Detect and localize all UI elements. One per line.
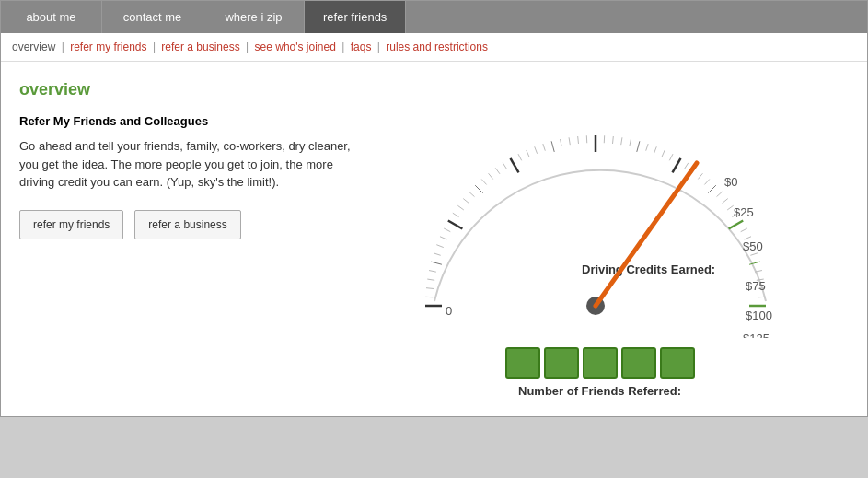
svg-line-33 [620,137,621,145]
breadcrumb-see-whos-joined[interactable]: see who's joined [255,41,336,53]
breadcrumb: overview | refer my friends | refer a bu… [1,33,867,62]
svg-line-28 [577,136,578,144]
svg-line-3 [427,279,434,280]
friend-box-3 [583,347,618,379]
svg-line-43 [698,173,702,179]
svg-line-70 [596,163,697,306]
svg-line-7 [436,245,443,248]
svg-line-38 [661,150,664,157]
breadcrumb-current: overview [12,41,55,53]
svg-line-6 [434,253,441,255]
svg-text:$0: $0 [724,175,737,189]
right-panel: $0 $25 $50 $75 $100 $125 0 Driving Credi… [351,80,849,398]
svg-line-20 [510,158,518,173]
svg-line-47 [722,199,727,204]
tab-where-i-zip[interactable]: where i zip [203,1,305,33]
svg-text:Driving Credits Earned:: Driving Credits Earned: [582,262,715,276]
friends-section: Number of Friends Referred: [505,347,695,398]
svg-line-18 [495,168,500,173]
svg-line-9 [444,228,450,232]
breadcrumb-refer-friends[interactable]: refer my friends [70,41,146,53]
svg-line-41 [684,163,688,169]
svg-line-50 [728,221,743,229]
gauge-svg: $0 $25 $50 $75 $100 $125 0 Driving Credi… [407,80,793,338]
svg-line-26 [560,139,561,146]
svg-line-10 [447,221,462,229]
refer-description: Go ahead and tell your friends, family, … [19,137,351,192]
friend-box-2 [544,347,579,379]
svg-line-23 [534,146,537,153]
app-container: about me contact me where i zip refer fr… [0,0,868,417]
left-panel: overview Refer My Friends and Colleagues… [19,80,351,398]
friend-box-4 [621,347,656,379]
svg-line-37 [654,146,656,153]
main-content: overview Refer My Friends and Colleagues… [1,62,867,416]
svg-text:$25: $25 [734,205,754,219]
button-group: refer my friends refer a business [19,210,351,239]
svg-line-25 [551,141,554,152]
svg-line-2 [426,288,434,289]
svg-line-27 [569,137,570,145]
svg-line-11 [452,213,458,216]
svg-line-5 [431,262,442,264]
svg-line-40 [672,158,680,173]
svg-line-54 [750,253,758,255]
breadcrumb-refer-business[interactable]: refer a business [161,41,239,53]
svg-line-13 [463,199,469,204]
svg-text:$100: $100 [746,309,772,322]
svg-line-48 [727,205,733,210]
svg-line-17 [488,173,492,179]
svg-text:$75: $75 [746,279,766,293]
svg-line-46 [716,192,722,196]
overview-title: overview [19,80,351,99]
svg-line-44 [704,180,709,185]
svg-line-39 [669,154,673,160]
svg-line-12 [457,205,463,210]
tab-contact-me[interactable]: contact me [102,1,203,33]
breadcrumb-rules[interactable]: rules and restrictions [386,41,488,53]
tab-about-me[interactable]: about me [1,1,102,33]
tab-bar: about me contact me where i zip refer fr… [1,1,867,33]
refer-heading: Refer My Friends and Colleagues [19,114,351,128]
friends-boxes [505,347,695,379]
svg-line-35 [636,141,639,152]
svg-line-15 [475,185,482,192]
svg-line-21 [518,154,522,160]
refer-friends-button[interactable]: refer my friends [19,210,123,239]
friend-box-1 [505,347,540,379]
svg-text:$50: $50 [743,239,763,253]
svg-line-45 [708,185,715,192]
svg-line-4 [429,271,436,273]
svg-line-14 [469,192,474,196]
breadcrumb-faqs[interactable]: faqs [351,41,372,53]
tab-refer-friends[interactable]: refer friends [305,1,406,33]
svg-line-34 [629,139,631,146]
svg-line-22 [526,150,528,157]
svg-line-19 [503,163,506,169]
svg-text:0: 0 [446,304,452,318]
gauge-area: $0 $25 $50 $75 $100 $125 0 Driving Credi… [407,80,793,338]
svg-text:$125: $125 [743,332,770,338]
friend-box-5 [660,347,695,379]
svg-line-16 [481,180,486,185]
svg-line-24 [542,144,544,151]
svg-line-32 [612,136,613,144]
refer-business-button[interactable]: refer a business [134,210,240,239]
svg-line-8 [439,237,446,239]
friends-label: Number of Friends Referred: [518,384,681,398]
svg-line-51 [740,228,746,232]
svg-line-36 [645,144,647,151]
